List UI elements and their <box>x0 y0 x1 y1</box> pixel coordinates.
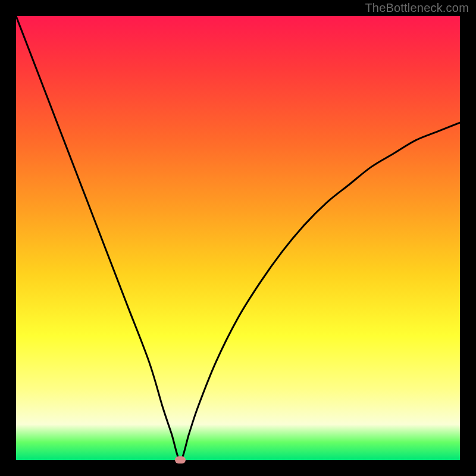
plot-area <box>16 16 460 460</box>
chart-frame: TheBottleneck.com <box>0 0 476 476</box>
watermark-text: TheBottleneck.com <box>365 1 469 15</box>
bottleneck-curve <box>16 16 460 460</box>
optimal-marker <box>175 456 186 464</box>
